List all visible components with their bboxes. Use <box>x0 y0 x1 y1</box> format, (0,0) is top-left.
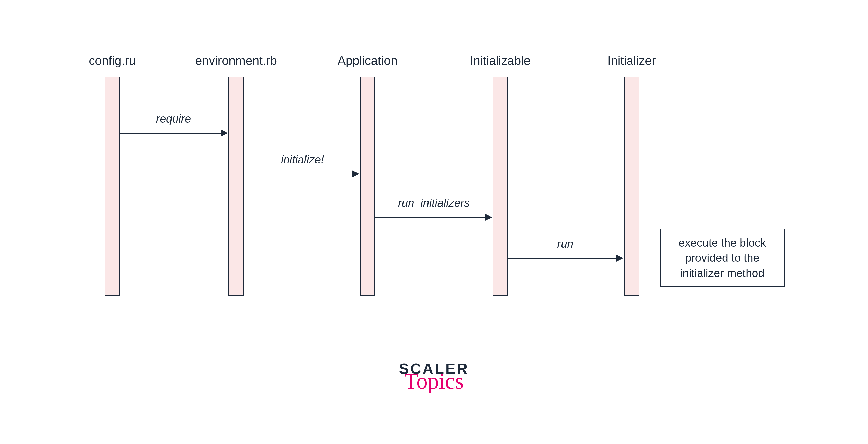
lifeline-label-initializer: Initializer <box>608 54 656 68</box>
arrow-head-runinitializers <box>485 214 492 221</box>
arrow-head-require <box>221 129 228 137</box>
lifeline-label-initializable: Initializable <box>470 54 530 68</box>
lifeline-bar-config <box>105 77 120 296</box>
lifeline-bar-environment <box>228 77 244 296</box>
note-execute-block: execute the block provided to the initia… <box>660 229 785 287</box>
message-label-require: require <box>156 112 191 125</box>
lifeline-bar-initializer <box>624 77 639 296</box>
message-label-runinitializers: run_initializers <box>398 197 470 209</box>
lifeline-bar-initializable <box>493 77 508 296</box>
logo-topics-text: Topics <box>399 370 469 392</box>
message-label-initialize: initialize! <box>281 153 324 166</box>
arrow-initialize <box>244 174 352 174</box>
arrow-require <box>120 133 221 134</box>
arrow-head-initialize <box>352 170 359 177</box>
brand-logo: SCALER Topics <box>399 360 469 392</box>
lifeline-label-application: Application <box>338 54 398 68</box>
lifeline-label-environment: environment.rb <box>195 54 277 68</box>
lifeline-bar-application <box>360 77 375 296</box>
arrow-run <box>508 258 616 259</box>
arrow-runinitializers <box>375 217 485 218</box>
sequence-diagram: config.ru environment.rb Application Ini… <box>0 0 868 444</box>
arrow-head-run <box>616 255 623 262</box>
lifeline-label-config: config.ru <box>89 54 136 68</box>
message-label-run: run <box>557 237 574 250</box>
